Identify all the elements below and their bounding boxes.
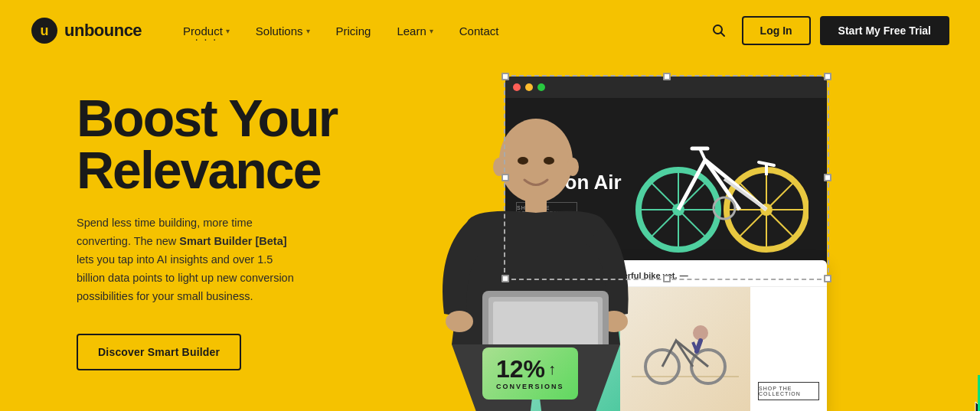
svg-point-49 [446, 311, 473, 332]
svg-line-23 [738, 210, 766, 238]
nav-links: Product ▾ Solutions ▾ Pricing Learn ▾ Co… [172, 18, 705, 44]
bike-image-area [625, 110, 816, 263]
svg-point-58 [493, 158, 505, 176]
hero-headline: Boost Your Relevance [77, 92, 337, 196]
logo-icon: u [31, 17, 58, 44]
hero-section: Boost Your Relevance Spend less time bui… [0, 61, 980, 411]
nav-item-solutions[interactable]: Solutions ▾ [245, 18, 321, 44]
traffic-light-yellow [525, 83, 533, 91]
nav-item-product[interactable]: Product ▾ [172, 18, 240, 44]
svg-point-56 [518, 157, 528, 165]
svg-line-29 [759, 162, 774, 165]
traffic-light-red [513, 83, 521, 91]
traffic-light-green [537, 83, 545, 91]
shop-cta-button[interactable]: SHOP THE COLLECTION [758, 382, 819, 400]
hero-body: Spend less time building, more time conv… [77, 214, 299, 306]
svg-point-59 [567, 158, 579, 176]
bike-illustration [632, 118, 808, 256]
conversion-label: CONVERSIONS [496, 383, 564, 390]
white-card-cta: SHOP THE COLLECTION [750, 287, 827, 411]
nav-item-contact[interactable]: Contact [449, 18, 510, 44]
svg-line-10 [650, 181, 678, 210]
discover-button[interactable]: Discover Smart Builder [77, 334, 241, 370]
svg-line-11 [678, 210, 707, 238]
chevron-down-icon: ▾ [226, 27, 230, 35]
nav-actions: Log In Start My Free Trial [705, 16, 949, 45]
conversion-badge: 12% ↑ CONVERSIONS [482, 347, 578, 400]
svg-point-47 [499, 119, 573, 203]
green-corner-accent [957, 375, 980, 411]
up-arrow-icon: ↑ [548, 361, 556, 377]
card-header [505, 77, 827, 98]
nav-item-pricing[interactable]: Pricing [325, 18, 382, 44]
svg-point-57 [544, 157, 554, 165]
svg-line-21 [766, 210, 795, 238]
nav-item-learn[interactable]: Learn ▾ [386, 18, 443, 44]
hero-text-block: Boost Your Relevance Spend less time bui… [77, 92, 337, 370]
hero-visual: — Ride on Air Shop the collection [398, 61, 980, 411]
logo-text: unbounce [64, 21, 142, 41]
svg-line-3 [720, 33, 724, 37]
logo-link[interactable]: u unbounce [31, 17, 142, 44]
svg-line-46 [693, 342, 697, 351]
svg-line-13 [650, 210, 678, 238]
trial-button[interactable]: Start My Free Trial [820, 16, 949, 45]
conversion-number: 12% ↑ [496, 357, 556, 381]
search-icon [711, 23, 727, 38]
login-button[interactable]: Log In [742, 16, 811, 45]
chevron-down-icon: ▾ [306, 27, 310, 35]
chevron-down-icon: ▾ [430, 27, 433, 35]
search-button[interactable] [705, 17, 733, 44]
svg-line-22 [766, 181, 795, 210]
svg-text:u: u [41, 23, 49, 38]
svg-rect-48 [525, 197, 547, 213]
main-nav: u unbounce Product ▾ Solutions ▾ Pricing… [0, 0, 980, 61]
